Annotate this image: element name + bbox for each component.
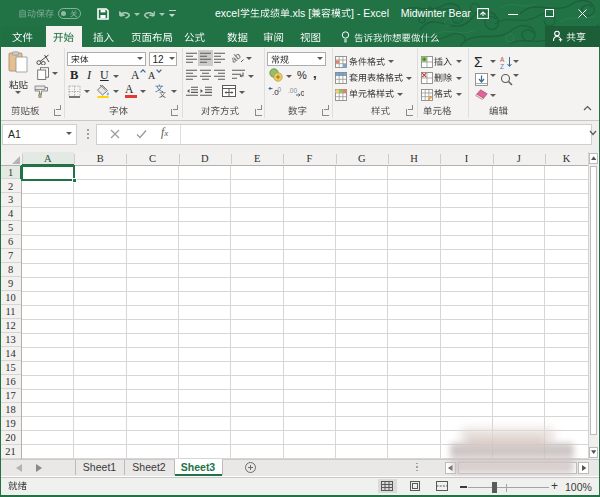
svg-text:Z: Z <box>500 63 504 69</box>
svg-text:A: A <box>500 56 505 63</box>
svg-text:ab: ab <box>232 51 243 64</box>
svg-text:.00: .00 <box>288 86 297 93</box>
svg-text:0: 0 <box>278 86 282 93</box>
svg-text:0: 0 <box>301 88 305 97</box>
